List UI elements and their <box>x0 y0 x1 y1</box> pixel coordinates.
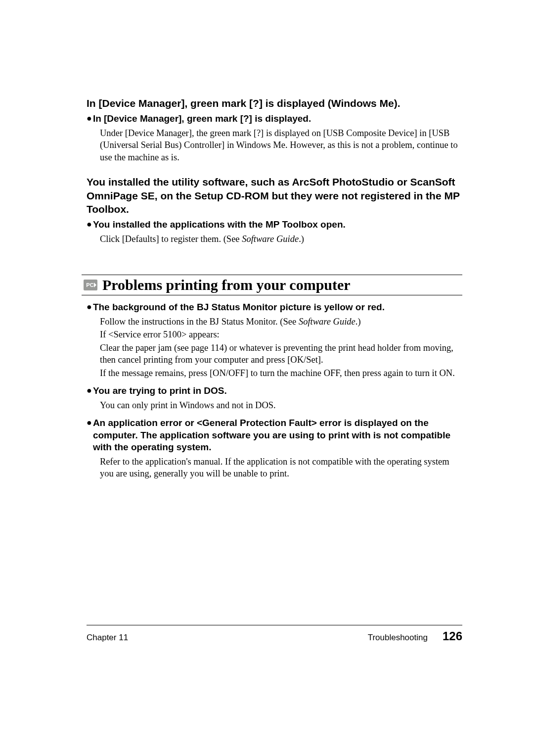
section-heading: You installed the utility software, such… <box>87 175 462 216</box>
bullet-icon: ● <box>87 385 92 396</box>
bullet-icon: ● <box>87 113 92 124</box>
body-text-part: .) <box>356 317 361 327</box>
body-paragraph: Clear the paper jam (see page 114) or wh… <box>100 342 462 366</box>
bullet-icon: ● <box>87 219 92 230</box>
subheading-text: You installed the applications with the … <box>93 219 346 231</box>
document-page: In [Device Manager], green mark [?] is d… <box>0 0 534 673</box>
body-text-part: Click [Defaults] to register them. (See <box>100 234 242 244</box>
pc-badge-label: PC <box>86 282 93 288</box>
italic-reference: Software Guide <box>242 234 299 244</box>
bullet-subheading: ● The background of the BJ Status Monito… <box>87 301 462 314</box>
subheading-text: The background of the BJ Status Monitor … <box>93 301 385 314</box>
bullet-subheading: ● You are trying to print in DOS. <box>87 385 462 397</box>
bullet-subheading: ● You installed the applications with th… <box>87 219 462 231</box>
footer-section-name: Troubleshooting <box>368 633 428 643</box>
section-heading: In [Device Manager], green mark [?] is d… <box>87 96 462 110</box>
bullet-icon: ● <box>87 417 92 428</box>
body-paragraph: Click [Defaults] to register them. (See … <box>100 233 462 245</box>
body-paragraph: If <Service error 5100> appears: <box>100 329 462 340</box>
body-text-part: Follow the instructions in the BJ Status… <box>100 317 299 327</box>
body-text-part: .) <box>299 234 304 244</box>
section-title: Problems printing from your computer <box>102 277 351 293</box>
body-paragraph: Follow the instructions in the BJ Status… <box>100 316 462 328</box>
subheading-text: An application error or <General Protect… <box>93 417 462 454</box>
bullet-subheading: ● An application error or <General Prote… <box>87 417 462 454</box>
section-title-bar: PC Problems printing from your computer <box>82 275 462 295</box>
bullet-icon: ● <box>87 301 92 313</box>
body-paragraph: If the message remains, press [ON/OFF] t… <box>100 367 462 379</box>
pc-badge-icon: PC <box>84 280 97 290</box>
body-paragraph: You can only print in Windows and not in… <box>100 399 462 411</box>
page-footer: Chapter 11 Troubleshooting 126 <box>87 625 462 643</box>
body-paragraph: Refer to the application's manual. If th… <box>100 456 462 480</box>
footer-chapter: Chapter 11 <box>87 633 128 643</box>
subheading-text: In [Device Manager], green mark [?] is d… <box>93 113 311 125</box>
italic-reference: Software Guide <box>299 317 356 327</box>
body-paragraph: Under [Device Manager], the green mark [… <box>100 127 462 163</box>
subheading-text: You are trying to print in DOS. <box>93 385 227 397</box>
page-number: 126 <box>443 629 462 643</box>
bullet-subheading: ● In [Device Manager], green mark [?] is… <box>87 113 462 125</box>
